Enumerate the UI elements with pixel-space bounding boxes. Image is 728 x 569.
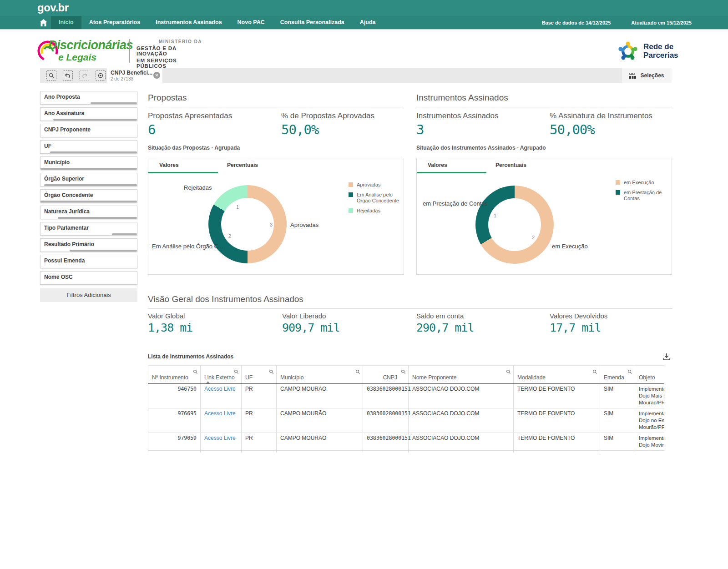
table-title: Lista de Instrumentos Assinados <box>148 353 233 360</box>
updated-date-label: Atualizado em 15/12/2025 <box>631 20 692 25</box>
kpi-pct-propostas-aprovadas-value: 50,0% <box>281 122 318 137</box>
cell-modalidade: TERMO DE FOMENTO <box>514 384 600 408</box>
chart2-legend: em Execução em Prestação de Contas <box>616 180 672 206</box>
partner-line2: Parcerias <box>643 51 678 60</box>
filter-resultado-primario[interactable]: Resultado Primário <box>40 238 137 252</box>
table-row[interactable]: 979059 Acesso Livre PR CAMPO MOURÃO 0383… <box>148 433 665 451</box>
slice-value-em-execucao: 2 <box>532 235 535 240</box>
slice-value-rejeitadas: 1 <box>236 204 239 210</box>
col-header-emenda[interactable]: Emenda <box>600 366 635 384</box>
logo-band: Discricionárias e Legais MINISTÉRIO DA G… <box>0 30 728 68</box>
legend-item-aprovadas[interactable]: Aprovadas <box>349 182 405 188</box>
donut-hole <box>221 198 274 251</box>
legend-item-em-execucao[interactable]: em Execução <box>616 180 672 186</box>
filter-possui-emenda[interactable]: Possui Emenda <box>40 255 137 268</box>
table-row[interactable]: 976695 Acesso Livre PR CAMPO MOURÃO 0383… <box>148 408 665 433</box>
app-logo: Discricionárias e Legais <box>48 39 133 62</box>
col-header-link-externo[interactable]: Link Externo <box>201 366 242 384</box>
acesso-livre-link[interactable]: Acesso Livre <box>204 435 236 441</box>
col-header-nome-proponente[interactable]: Nome Proponente <box>409 366 514 384</box>
filter-cnpj-proponente[interactable]: CNPJ Proponente <box>40 124 137 137</box>
col-label: Link Externo <box>204 374 235 381</box>
clear-icon <box>98 73 103 78</box>
filter-label: Resultado Primário <box>40 239 137 248</box>
chart1-title: Situação das Propostas - Agrupada <box>148 145 240 151</box>
filter-ano-proposta[interactable]: Ano Proposta <box>40 91 137 105</box>
home-button[interactable] <box>35 16 51 29</box>
kpi-valores-devolvidos-label: Valores Devolvidos <box>550 312 607 320</box>
chart1-tab-valores[interactable]: Valores <box>148 158 218 173</box>
column-search-icon[interactable] <box>506 369 511 376</box>
selections-forward-button[interactable] <box>79 70 89 81</box>
filter-tipo-parlamentar[interactable]: Tipo Parlamentar <box>40 222 137 236</box>
filter-uf[interactable]: UF <box>40 140 137 154</box>
nav-menu: Início Atos Preparatórios Instrumentos A… <box>35 16 384 29</box>
column-search-icon[interactable] <box>627 369 632 376</box>
download-button[interactable] <box>662 353 671 363</box>
header-info: Base de dados de 14/12/2025 Atualizado e… <box>542 16 692 29</box>
legend-item-em-analise[interactable]: Em Análise pelo Órgão Concedente <box>349 192 405 204</box>
filter-ano-assinatura[interactable]: Ano Assinatura <box>40 107 137 121</box>
filter-nome-osc[interactable]: Nome OSC <box>40 271 137 285</box>
logo-divider <box>129 39 130 63</box>
partner-line1: Rede de <box>643 42 678 51</box>
cell-objeto: Implementa Dojo Movim <box>635 433 665 451</box>
donut-chart-instrumentos[interactable]: 2 1 <box>475 186 554 264</box>
kpi-instrumentos-assinados-label: Instrumentos Assinados <box>416 111 498 121</box>
column-search-icon[interactable] <box>193 369 198 376</box>
kpi-saldo-conta-value: 290,7 mil <box>416 321 474 334</box>
cell-emenda: SIM <box>600 384 635 408</box>
chart2-tab-percentuais[interactable]: Percentuais <box>486 158 556 173</box>
col-header-municipio[interactable]: Município <box>277 366 363 384</box>
nav-item-consulta-personalizada[interactable]: Consulta Personalizada <box>273 16 352 29</box>
donut-chart-propostas[interactable]: 3 2 1 <box>208 185 287 263</box>
col-header-objeto[interactable]: Objeto <box>635 366 665 384</box>
nav-item-novo-pac[interactable]: Novo PAC <box>230 16 273 29</box>
column-search-icon[interactable] <box>592 369 597 376</box>
legend-item-rejeitadas[interactable]: Rejeitadas <box>349 208 405 214</box>
filter-bar <box>40 119 137 121</box>
legend-swatch <box>616 190 620 195</box>
filter-chip-cnpj-beneficiario[interactable]: CNPJ Benefici... 2 de 27133 ✕ <box>107 68 162 83</box>
table-row[interactable]: 946750 Acesso Livre PR CAMPO MOURÃO 0383… <box>148 384 665 408</box>
legend-item-em-prestacao[interactable]: em Prestação de Contas <box>616 190 672 201</box>
chart1-tab-percentuais[interactable]: Percentuais <box>218 158 288 173</box>
column-search-icon[interactable] <box>401 369 406 376</box>
chart2-tab-valores[interactable]: Valores <box>417 158 486 173</box>
cell-nome-proponente: ASSOCIACAO DOJO.COM <box>409 384 514 408</box>
col-header-num-instrumento[interactable]: Nº Instrumento <box>148 366 201 384</box>
smart-search-button[interactable] <box>46 70 56 81</box>
filter-label: CNPJ Proponente <box>40 124 137 134</box>
filter-bar <box>40 135 137 137</box>
filter-orgao-superior[interactable]: Órgão Superior <box>40 173 137 186</box>
filtros-adicionais-button[interactable]: Filtros Adicionais <box>40 288 137 302</box>
col-header-uf[interactable]: UF <box>242 366 277 384</box>
nav-item-instrumentos-assinados[interactable]: Instrumentos Assinados <box>148 16 229 29</box>
cell-uf: PR <box>242 384 277 408</box>
clear-selections-button[interactable] <box>96 70 106 81</box>
filter-municipio[interactable]: Município <box>40 156 137 170</box>
selections-button[interactable]: Seleções <box>622 68 672 83</box>
selections-label: Seleções <box>640 72 664 79</box>
acesso-livre-link[interactable]: Acesso Livre <box>204 386 236 392</box>
visao-geral-title: Visão Geral dos Instrumentos Assinados <box>148 294 672 309</box>
cell-num-instrumento: 976695 <box>148 408 201 433</box>
cell-municipio: CAMPO MOURÃO <box>277 384 363 408</box>
nav-item-inicio[interactable]: Início <box>51 16 81 29</box>
nav-item-atos-preparatorios[interactable]: Atos Preparatórios <box>81 16 148 29</box>
filter-orgao-concedente[interactable]: Órgão Concedente <box>40 189 137 203</box>
filter-natureza-juridica[interactable]: Natureza Jurídica <box>40 206 137 219</box>
filter-chip-close-icon[interactable]: ✕ <box>153 72 160 79</box>
col-label: Nome Proponente <box>412 374 456 381</box>
download-icon <box>662 353 671 361</box>
column-search-icon[interactable] <box>355 369 360 376</box>
nav-item-ajuda[interactable]: Ajuda <box>352 16 384 29</box>
column-search-icon[interactable] <box>269 369 274 376</box>
column-search-icon[interactable] <box>234 369 239 376</box>
acesso-livre-link[interactable]: Acesso Livre <box>204 410 236 417</box>
selections-back-button[interactable] <box>63 70 73 81</box>
app-logo-line1: Discricionárias <box>48 39 133 51</box>
col-header-modalidade[interactable]: Modalidade <box>514 366 600 384</box>
filter-chip-title: CNPJ Benefici... <box>111 70 152 76</box>
col-header-cnpj[interactable]: CNPJ <box>363 366 409 384</box>
